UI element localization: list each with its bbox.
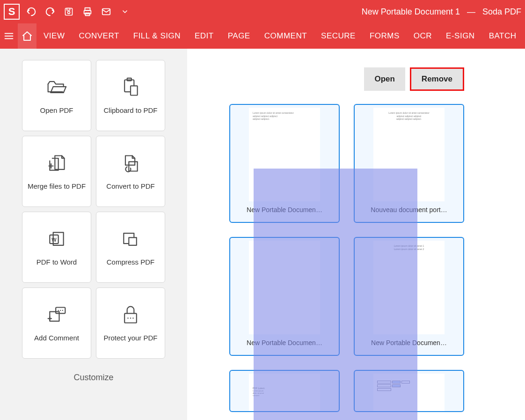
action-label: Clipboard to PDF bbox=[103, 105, 157, 115]
doc-name: Nouveau document port… bbox=[355, 201, 463, 218]
action-clipboard-pdf[interactable]: Clipboard to PDF bbox=[96, 60, 165, 131]
action-label: Merge files to PDF bbox=[28, 181, 86, 191]
convert-icon bbox=[120, 152, 141, 175]
action-label: PDF to Word bbox=[36, 257, 77, 267]
save-icon[interactable] bbox=[62, 5, 76, 19]
app-name: Soda PDF bbox=[482, 7, 521, 16]
tab-forms[interactable]: FORMS bbox=[363, 23, 407, 49]
recent-doc[interactable]: Lorem ipsum dolor sit amet 1Lorem ipsum … bbox=[354, 237, 464, 356]
tab-esign[interactable]: E-SIGN bbox=[439, 23, 482, 49]
app-logo: S bbox=[4, 4, 20, 20]
recent-doc[interactable]: Lorem ipsum dolor sit amet consecteturad… bbox=[354, 104, 464, 223]
action-label: Open PDF bbox=[40, 105, 73, 115]
tab-secure[interactable]: SECURE bbox=[314, 23, 363, 49]
folder-open-icon bbox=[46, 76, 67, 99]
undo-icon[interactable] bbox=[24, 5, 38, 19]
title-bar: S New Portable Document 1 — Soda PDF bbox=[0, 0, 525, 23]
redo-icon[interactable] bbox=[43, 5, 57, 19]
content-area: Open Remove Lorem ipsum dolor sit amet c… bbox=[187, 49, 525, 420]
doc-name: New Portable Documen… bbox=[355, 334, 463, 351]
tab-view[interactable]: VIEW bbox=[36, 23, 72, 49]
action-protect-pdf[interactable]: Protect your PDF bbox=[96, 287, 165, 359]
tab-comment[interactable]: COMMENT bbox=[257, 23, 314, 49]
customize-link[interactable]: Customize bbox=[73, 373, 113, 383]
tab-fill-sign[interactable]: FILL & SIGN bbox=[126, 23, 188, 49]
action-label: Compress PDF bbox=[107, 257, 155, 267]
recent-doc[interactable]: New Portable Documen… bbox=[229, 237, 340, 356]
svg-point-1 bbox=[68, 11, 70, 14]
action-open-pdf[interactable]: Open PDF bbox=[22, 60, 91, 131]
page-thumbnail: Lorem ipsum dolor sit amet 1Lorem ipsum … bbox=[373, 241, 445, 334]
menu-icon[interactable] bbox=[0, 23, 18, 49]
action-pdf-to-word[interactable]: W PDF to Word bbox=[22, 212, 91, 283]
svg-point-20 bbox=[60, 309, 61, 310]
comment-icon bbox=[45, 304, 68, 326]
action-label: Convert to PDF bbox=[106, 181, 154, 191]
title-separator: — bbox=[467, 7, 475, 16]
svg-point-21 bbox=[62, 309, 63, 310]
action-compress-pdf[interactable]: Compress PDF bbox=[96, 212, 165, 283]
word-icon: W bbox=[46, 228, 67, 251]
action-merge-pdf[interactable]: Merge files to PDF bbox=[22, 136, 91, 207]
tab-page[interactable]: PAGE bbox=[221, 23, 257, 49]
svg-rect-17 bbox=[129, 237, 137, 245]
page-thumbnail: Lorem ipsum dolor sit amet consectetur.a… bbox=[249, 108, 320, 201]
page-thumbnail: Lorem ipsum dolor sit amet consecteturad… bbox=[373, 108, 445, 201]
merge-icon bbox=[46, 152, 67, 175]
svg-point-19 bbox=[58, 309, 59, 310]
recent-doc[interactable] bbox=[354, 370, 464, 412]
recent-doc[interactable]: PDF LoremLorem ipsumdolor sit ametconsec… bbox=[229, 370, 340, 412]
clipboard-icon bbox=[120, 76, 141, 99]
open-button[interactable]: Open bbox=[364, 67, 405, 91]
ribbon: VIEW CONVERT FILL & SIGN EDIT PAGE COMME… bbox=[0, 23, 525, 49]
mail-icon[interactable] bbox=[99, 5, 113, 19]
svg-rect-12 bbox=[131, 86, 138, 95]
svg-point-26 bbox=[132, 317, 133, 318]
svg-rect-2 bbox=[67, 8, 70, 10]
tab-edit[interactable]: EDIT bbox=[188, 23, 221, 49]
page-thumbnail: PDF LoremLorem ipsumdolor sit ametconsec… bbox=[249, 374, 320, 411]
tab-convert[interactable]: CONVERT bbox=[72, 23, 126, 49]
svg-text:W: W bbox=[51, 236, 57, 242]
remove-button[interactable]: Remove bbox=[410, 67, 464, 91]
lock-icon bbox=[121, 304, 140, 326]
compress-icon bbox=[120, 228, 141, 251]
tab-batch[interactable]: BATCH bbox=[482, 23, 524, 49]
doc-name: New Portable Documen… bbox=[230, 334, 339, 351]
page-thumbnail bbox=[249, 241, 320, 334]
sidebar: Open PDF Clipboard to PDF Merge files to… bbox=[0, 49, 187, 420]
action-convert-pdf[interactable]: Convert to PDF bbox=[96, 136, 165, 207]
tab-ocr[interactable]: OCR bbox=[407, 23, 439, 49]
svg-point-25 bbox=[130, 317, 131, 318]
action-label: Protect your PDF bbox=[103, 333, 157, 343]
doc-name: New Portable Documen… bbox=[230, 201, 339, 218]
chevron-down-icon[interactable] bbox=[118, 5, 132, 19]
action-add-comment[interactable]: Add Comment bbox=[22, 287, 91, 359]
action-label: Add Comment bbox=[34, 333, 79, 343]
page-thumbnail bbox=[373, 374, 445, 411]
svg-point-24 bbox=[127, 317, 128, 318]
document-title: New Portable Document 1 bbox=[362, 7, 460, 16]
print-icon[interactable] bbox=[80, 5, 95, 19]
recent-doc[interactable]: Lorem ipsum dolor sit amet consectetur.a… bbox=[229, 104, 340, 223]
home-tab[interactable] bbox=[18, 23, 36, 49]
